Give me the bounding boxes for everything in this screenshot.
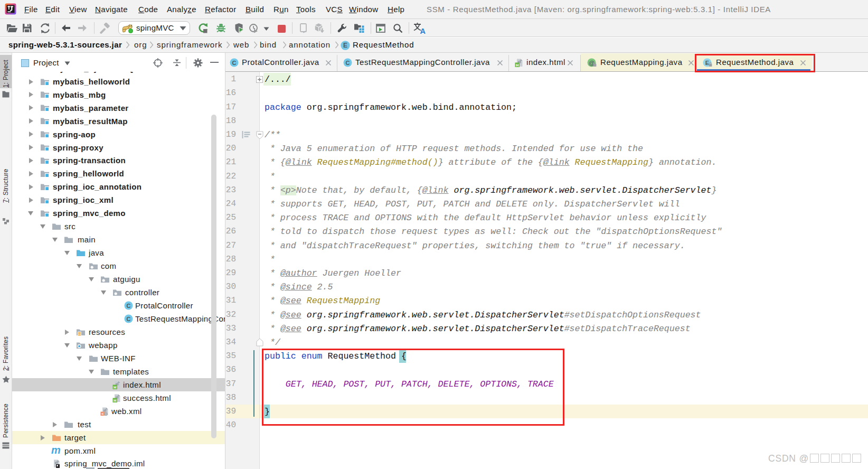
svg-text:A: A: [420, 27, 426, 34]
svg-text:H: H: [516, 63, 518, 67]
svg-text:C: C: [127, 316, 131, 322]
svg-text:C: C: [346, 60, 350, 66]
svg-text:H: H: [114, 384, 116, 389]
svg-text:C: C: [232, 60, 237, 66]
svg-text:E: E: [343, 42, 347, 49]
svg-text:<: <: [101, 411, 104, 415]
svg-text:C: C: [127, 303, 131, 309]
svg-text:H: H: [114, 398, 116, 402]
